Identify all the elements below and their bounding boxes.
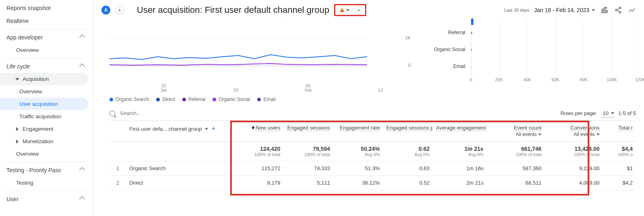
add-filter-button[interactable]: + [355,6,363,14]
bar-chart[interactable]: Referral Organic Social Email [427,19,636,99]
sidebar: Reports snapshot Realtime App developer … [0,0,93,216]
dimension-select[interactable]: First user defa... channel group [129,126,202,132]
column-label: Average engagement time [436,125,487,131]
pagination-range: 1-5 of 5 [618,110,636,116]
legend-item[interactable]: Email [257,97,275,102]
line-chart[interactable]: 2K 0 22Jan 29 05Feb 12 Organic Search Di… [109,19,411,91]
column-header[interactable]: Total r [603,121,636,142]
main-content: A + User acquisition: First user default… [93,0,644,216]
warning-icon [340,8,345,12]
legend-label: Referral [188,97,206,102]
column-header[interactable]: Average engagement time [433,121,487,142]
legend-item[interactable]: Organic Search [109,97,149,102]
legend-dot-icon [182,98,186,101]
event-filter-select[interactable]: All events [490,132,541,137]
nav-acquisition[interactable]: Acquisition [0,73,88,85]
audience-chip[interactable]: A [101,6,110,14]
rows-per-page-value: 10 [603,110,608,116]
nav-testing-pp[interactable]: Testing - Priority Pass [0,164,93,177]
column-label: New users [256,125,280,131]
highlight-annotation: + [334,4,366,16]
nav-monetization-label: Monetization [23,138,54,144]
nav-traffic-acquisition[interactable]: Traffic acquisition [0,110,93,123]
bar-x-tick: 80K [580,77,588,82]
nav-engagement-label: Engagement [23,126,54,132]
legend-label: Organic Social [219,97,250,102]
table-row[interactable]: 2 Direct 8,1795,111 38.12%0.52 2m 21s68,… [109,176,636,190]
nav-user-acquisition[interactable]: User acquisition [0,98,88,110]
svg-rect-2 [606,10,607,13]
bar-grid [471,19,640,79]
nav-acquisition-label: Acquisition [23,76,49,82]
search-input[interactable] [118,109,557,118]
nav-user-label: User [6,196,19,202]
legend-dot-icon [213,98,216,101]
add-dimension-button[interactable]: + [211,125,216,133]
nav-app-dev-overview[interactable]: Overview [0,44,93,56]
nav-app-developer-label: App developer [6,34,43,41]
column-label: Event count [514,125,542,131]
nav-realtime[interactable]: Realtime [0,14,93,27]
nav-monetization[interactable]: Monetization [0,135,93,148]
table-totals-row: 124,420100% of total 79,594100% of total… [109,142,636,161]
nav-app-developer[interactable]: App developer [0,31,93,44]
rows-per-page-label: Rows per page: [560,110,597,116]
x-axis-tick: 29 [233,88,238,93]
sort-desc-icon [252,127,255,130]
column-header[interactable]: Engaged sessions [284,121,334,142]
column-header[interactable]: ConversionsAll events [545,121,603,142]
chevron-right-icon [16,127,19,131]
legend-item[interactable]: Direct [156,97,175,102]
legend-label: Organic Search [116,97,149,102]
chevron-up-icon [79,167,85,173]
nav-testing[interactable]: Testing [0,177,93,189]
nav-life-cycle[interactable]: Life cycle [0,60,93,73]
bar-label: Organic Social [427,47,465,52]
chevron-down-icon [346,9,349,11]
bar-label: Email [427,64,465,69]
svg-line-6 [617,8,619,10]
legend-item[interactable]: Referral [182,97,206,102]
chevron-down-icon [597,134,600,136]
chevron-down-icon [15,78,19,80]
nav-user[interactable]: User [0,193,93,206]
y-axis-tick: 0 [408,63,411,68]
column-header[interactable]: Engaged sessions per user [383,121,433,142]
chevron-down-icon [611,112,614,114]
column-header[interactable]: New users [234,121,284,142]
line-chart-svg [109,19,367,71]
column-header[interactable]: Event countAll events [487,121,545,142]
add-comparison-button[interactable]: + [115,6,124,14]
nav-acq-overview[interactable]: Overview [0,85,93,98]
legend-dot-icon [109,98,113,101]
share-button[interactable] [614,6,622,14]
svg-point-4 [615,9,617,11]
column-label: Total r [619,125,633,131]
nav-mon-overview[interactable]: Overview [0,148,93,160]
nav-testing-pp-label: Testing - Priority Pass [6,167,61,173]
x-axis-sub: Feb [305,88,312,93]
search-icon [109,111,115,116]
customize-report-button[interactable] [601,6,609,14]
bar-x-tick: 60K [551,77,559,82]
column-label: Engagement rate [340,125,380,131]
date-range-prefix: Last 28 days [504,8,529,12]
nav-reports-snapshot[interactable]: Reports snapshot [0,2,93,14]
x-axis-tick: 05 [306,83,311,88]
bar-x-tick: 20K [495,77,503,82]
nav-engagement[interactable]: Engagement [0,123,93,135]
insights-button[interactable] [628,6,636,14]
date-range-picker[interactable]: Last 28 days Jan 18 - Feb 14, 2023 [504,7,595,13]
column-header[interactable]: Engagement rate [333,121,383,142]
legend-item[interactable]: Organic Social [213,97,250,102]
column-label: Conversions [570,125,599,131]
bar-label: Referral [427,30,465,35]
rows-per-page-select[interactable]: 10 [601,109,614,117]
conversion-filter-select[interactable]: All events [548,132,599,137]
bar-x-tick: 100K [607,77,617,82]
legend-dot-icon [257,98,261,101]
anomaly-chip[interactable] [336,6,353,14]
table-row[interactable]: 1 Organic Search 115,27274,333 51.3%0.63… [109,161,636,176]
chevron-down-icon [205,128,208,130]
svg-rect-1 [604,8,605,13]
